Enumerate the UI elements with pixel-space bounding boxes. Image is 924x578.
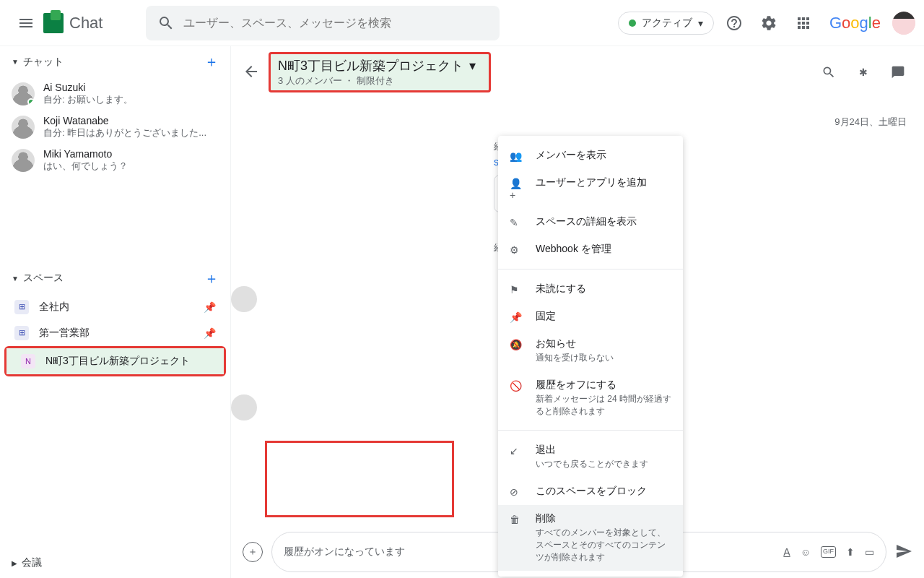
dropdown-leave[interactable]: ↙ 退出いつでも戻ることができます — [498, 436, 683, 478]
collapse-icon: ▼ — [12, 275, 19, 282]
send-button[interactable] — [895, 543, 912, 562]
format-icon[interactable]: A — [783, 546, 790, 558]
search-icon — [157, 14, 175, 32]
chat-item[interactable]: Ai Suzuki自分: お願いします。 — [0, 77, 230, 111]
space-dropdown-menu: 👥 メンバーを表示 👤+ ユーザーとアプリを追加 ✎ スペースの詳細を表示 ⚙ … — [498, 136, 683, 577]
google-logo: Google — [829, 14, 881, 33]
trash-icon: 🗑 — [510, 514, 524, 525]
search-input[interactable] — [183, 17, 488, 30]
date-divider: 9月24日、土曜日 — [248, 110, 907, 134]
gif-icon[interactable]: GIF — [821, 546, 836, 558]
spaces-section-header[interactable]: ▼ スペース ＋ — [0, 263, 230, 294]
meetings-section-header[interactable]: ▶ 会議 — [0, 548, 230, 578]
add-space-button[interactable]: ＋ — [204, 269, 219, 288]
pin-icon: 📌 — [510, 311, 524, 323]
collapse-icon: ▼ — [12, 58, 19, 66]
logo-area: Chat — [43, 13, 103, 33]
status-label: アクティブ — [642, 17, 692, 30]
space-header-actions: ✱ — [814, 58, 912, 87]
dropdown-delete[interactable]: 🗑 削除すべてのメンバーを対象として、スペースとそのすべてのコンテンツが削除され… — [498, 505, 683, 570]
user-avatar[interactable] — [892, 12, 915, 35]
chevron-down-icon: ▾ — [698, 17, 703, 29]
add-chat-button[interactable]: ＋ — [204, 52, 219, 72]
gear-icon: ⚙ — [510, 244, 524, 256]
exit-icon: ↙ — [510, 445, 524, 457]
search-in-space-icon[interactable] — [814, 58, 843, 87]
pin-icon: 📌 — [204, 327, 216, 339]
help-icon[interactable] — [720, 9, 749, 38]
edit-icon: ✎ — [510, 217, 524, 228]
dropdown-space-details[interactable]: ✎ スペースの詳細を表示 — [498, 208, 683, 236]
back-icon[interactable] — [243, 63, 260, 82]
expand-icon: ▶ — [12, 559, 17, 567]
dropdown-notifications[interactable]: 🔕 お知らせ通知を受け取らない — [498, 330, 683, 371]
message-avatar — [231, 286, 257, 312]
dropdown-history-off[interactable]: 🚫 履歴をオフにする新着メッセージは 24 時間が経過すると削除されます — [498, 371, 683, 425]
collapse-icon[interactable]: ✱ — [849, 58, 878, 87]
history-off-icon: 🚫 — [510, 380, 524, 392]
dropdown-add-users[interactable]: 👤+ ユーザーとアプリを追加 — [498, 169, 683, 208]
space-item[interactable]: ⊞ 第一営業部 📌 — [0, 320, 230, 346]
header-right: アクティブ ▾ Google — [618, 9, 915, 38]
people-icon: 👥 — [510, 150, 524, 162]
menu-icon[interactable] — [9, 6, 43, 40]
person-add-icon: 👤+ — [510, 178, 524, 201]
app-header: Chat アクティブ ▾ Google — [0, 0, 924, 46]
search-box[interactable] — [146, 6, 500, 40]
chat-logo-icon — [43, 13, 64, 33]
apps-icon[interactable] — [789, 9, 818, 38]
main-area: N町3丁目ビル新築プロジェクト ▾ 3 人のメンバー ・ 制限付き ✱ 9月24… — [231, 46, 924, 578]
pin-icon: 📌 — [204, 301, 216, 313]
chat-item[interactable]: Koji Watanabe自分: 昨日はありがとうございました... — [0, 111, 230, 144]
space-item[interactable]: ⊞ 全社内 📌 — [0, 294, 230, 320]
flag-icon: ⚑ — [510, 284, 524, 296]
space-item-selected[interactable]: N N町3丁目ビル新築プロジェクト — [6, 348, 224, 374]
message-avatar — [231, 394, 257, 420]
dropdown-mark-unread[interactable]: ⚑ 未読にする — [498, 275, 683, 303]
app-title: Chat — [69, 14, 103, 33]
chevron-down-icon: ▾ — [469, 58, 476, 74]
status-pill[interactable]: アクティブ ▾ — [618, 12, 714, 35]
bell-off-icon: 🔕 — [510, 339, 524, 350]
video-icon[interactable]: ▭ — [865, 546, 874, 558]
chat-item[interactable]: Miki Yamamotoはい、何でしょう？ — [0, 144, 230, 177]
space-header: N町3丁目ビル新築プロジェクト ▾ 3 人のメンバー ・ 制限付き ✱ — [231, 46, 924, 98]
side-panel-icon[interactable] — [884, 58, 912, 87]
dropdown-pin[interactable]: 📌 固定 — [498, 303, 683, 330]
status-dot-icon — [629, 20, 636, 27]
emoji-icon[interactable]: ☺ — [801, 546, 811, 558]
dropdown-block[interactable]: ⊘ このスペースをブロック — [498, 478, 683, 505]
dropdown-webhooks[interactable]: ⚙ Webhook を管理 — [498, 236, 683, 263]
block-icon: ⊘ — [510, 486, 524, 498]
chats-section-header[interactable]: ▼ チャット ＋ — [0, 46, 230, 77]
space-title-dropdown[interactable]: N町3丁目ビル新築プロジェクト ▾ 3 人のメンバー ・ 制限付き — [269, 52, 491, 92]
dropdown-view-members[interactable]: 👥 メンバーを表示 — [498, 142, 683, 169]
sidebar: ▼ チャット ＋ Ai Suzuki自分: お願いします。 Koji Watan… — [0, 46, 231, 578]
add-attachment-button[interactable]: ＋ — [243, 542, 263, 562]
upload-icon[interactable]: ⬆ — [846, 546, 855, 558]
settings-icon[interactable] — [754, 9, 783, 38]
